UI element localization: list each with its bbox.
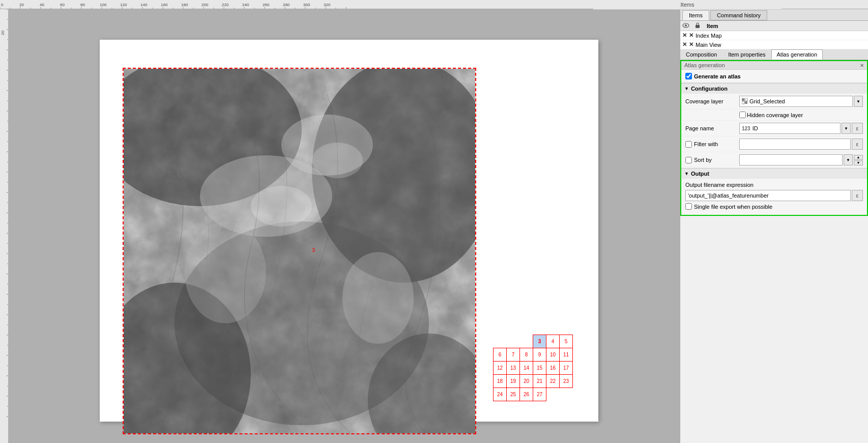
items-center-label: Items <box>593 0 782 10</box>
sort-by-input[interactable] <box>739 154 843 165</box>
hidden-coverage-row: Hidden coverage layer <box>681 109 867 121</box>
page-name-dropdown[interactable]: ▼ <box>842 123 851 134</box>
lock-icon-main[interactable]: ✕ <box>689 41 693 48</box>
hidden-coverage-field-group: Hidden coverage layer <box>739 112 863 118</box>
page-name-field[interactable]: 123 ID <box>739 123 841 134</box>
id-icon: 123 <box>742 126 750 131</box>
section-close-btn[interactable]: ✕ <box>860 63 864 68</box>
svg-rect-53 <box>0 9 8 443</box>
config-section: ▼ Configuration Coverage layer Grid_Sele… <box>681 83 867 168</box>
svg-point-109 <box>312 143 363 178</box>
filter-with-checkbox[interactable] <box>685 141 692 148</box>
tab-item-properties[interactable]: Item properties <box>722 49 771 60</box>
ruler-left: 20 <box>0 9 8 443</box>
page-name-field-group: 123 ID ▼ ε <box>739 123 863 134</box>
page-white: 3 34567891011121314151617181920212223242… <box>100 40 598 422</box>
output-filename-label: Output filename expression <box>685 182 863 188</box>
svg-point-107 <box>342 252 414 344</box>
tab-composition[interactable]: Composition <box>680 49 722 60</box>
filter-with-input[interactable] <box>739 139 851 150</box>
lock-icon-index[interactable]: ✕ <box>689 32 693 39</box>
generate-row: Generate an atlas <box>681 70 867 83</box>
generate-atlas-label[interactable]: Generate an atlas <box>685 73 741 79</box>
sort-by-checkbox[interactable] <box>685 157 692 163</box>
item-row-main-view[interactable]: ✕ ✕ Main View <box>680 40 868 49</box>
svg-text:200: 200 <box>201 3 209 7</box>
svg-point-111 <box>685 24 687 26</box>
single-file-checkbox[interactable] <box>685 203 692 210</box>
tab-atlas-generation[interactable]: Atlas generation <box>771 49 823 60</box>
svg-text:240: 240 <box>242 3 249 7</box>
output-section: ▼ Output Output filename expression ε <box>681 168 867 215</box>
generate-atlas-checkbox[interactable] <box>685 73 692 79</box>
output-filename-input[interactable] <box>685 190 851 201</box>
svg-rect-115 <box>742 101 744 104</box>
sort-up-btn[interactable]: ▲ <box>854 155 863 160</box>
map-label-3: 3 <box>312 247 315 253</box>
props-panel: Composition Item properties Atlas genera… <box>680 49 868 443</box>
svg-text:160: 160 <box>161 3 168 7</box>
page-name-label: Page name <box>685 125 736 131</box>
output-arrow-icon: ▼ <box>684 171 689 176</box>
coverage-layer-row: Coverage layer Grid_Selected ▼ <box>681 94 867 109</box>
filter-with-field-group: ε <box>739 139 863 150</box>
sort-down-btn[interactable]: ▼ <box>854 160 863 165</box>
page-name-epsilon-btn[interactable]: ε <box>852 123 863 134</box>
svg-point-108 <box>251 186 312 227</box>
svg-rect-116 <box>745 101 747 104</box>
single-file-row: Single file export when possible <box>685 201 863 212</box>
item-row-index-map[interactable]: ✕ ✕ Index Map <box>680 31 868 40</box>
atlas-section-header: Atlas generation ✕ <box>681 61 867 70</box>
filter-with-row: Filter with ε <box>681 136 867 152</box>
svg-rect-112 <box>696 25 700 28</box>
output-content: Output filename expression ε Single file… <box>681 179 867 215</box>
item-name-main: Main View <box>696 42 866 48</box>
item-name-index: Index Map <box>696 33 866 39</box>
visibility-icon-index[interactable]: ✕ <box>682 32 687 39</box>
col-eye-icon <box>682 22 692 30</box>
hidden-coverage-text: Hidden coverage layer <box>747 112 803 118</box>
svg-text:140: 140 <box>140 3 148 7</box>
props-tabs: Composition Item properties Atlas genera… <box>680 49 868 60</box>
svg-text:20: 20 <box>19 3 24 7</box>
map-terrain: 3 <box>124 69 475 433</box>
right-panel: ItemsCommand history Item ✕ ✕ Index Map … <box>680 9 868 443</box>
visibility-icon-main[interactable]: ✕ <box>682 41 687 48</box>
sort-by-dropdown[interactable]: ▼ <box>844 154 853 165</box>
config-section-title[interactable]: ▼ Configuration <box>681 84 867 94</box>
output-epsilon-btn[interactable]: ε <box>852 190 863 201</box>
svg-rect-113 <box>742 98 744 101</box>
output-section-title[interactable]: ▼ Output <box>681 169 867 179</box>
output-field-row: ε <box>685 190 863 201</box>
output-title-label: Output <box>691 171 709 177</box>
items-panel: Item ✕ ✕ Index Map ✕ ✕ Main View <box>680 21 868 49</box>
grid-icon <box>742 98 748 104</box>
coverage-layer-dropdown[interactable]: ▼ <box>854 96 863 107</box>
page-name-value: ID <box>753 125 758 131</box>
items-col-header: Item <box>707 23 866 29</box>
svg-rect-114 <box>745 98 747 101</box>
top-panel-tabs: ItemsCommand history <box>680 9 868 21</box>
tab-command-history[interactable]: Command history <box>710 10 767 20</box>
coverage-layer-label: Coverage layer <box>685 98 736 104</box>
svg-text:260: 260 <box>263 3 270 7</box>
filter-with-label: Filter with <box>694 141 745 147</box>
single-file-label: Single file export when possible <box>694 204 772 210</box>
svg-text:280: 280 <box>283 3 290 7</box>
filter-epsilon-btn[interactable]: ε <box>852 139 863 150</box>
canvas-area: 3 34567891011121314151617181920212223242… <box>8 9 680 443</box>
svg-text:300: 300 <box>303 3 310 7</box>
svg-text:60: 60 <box>60 3 65 7</box>
config-arrow-icon: ▼ <box>684 86 689 91</box>
svg-text:80: 80 <box>80 3 85 7</box>
hidden-coverage-checkbox[interactable] <box>739 112 746 118</box>
svg-text:120: 120 <box>120 3 127 7</box>
sort-by-field-group: ▼ ▲ ▼ <box>739 154 863 165</box>
sort-by-row: Sort by ▼ ▲ ▼ <box>681 152 867 168</box>
coverage-layer-field-group: Grid_Selected ▼ <box>739 96 863 107</box>
svg-text:0: 0 <box>1 3 4 7</box>
svg-text:220: 220 <box>222 3 229 7</box>
tab-items[interactable]: Items <box>682 10 709 20</box>
sort-by-label: Sort by <box>694 157 745 163</box>
atlas-section-label: Atlas generation <box>684 62 725 68</box>
